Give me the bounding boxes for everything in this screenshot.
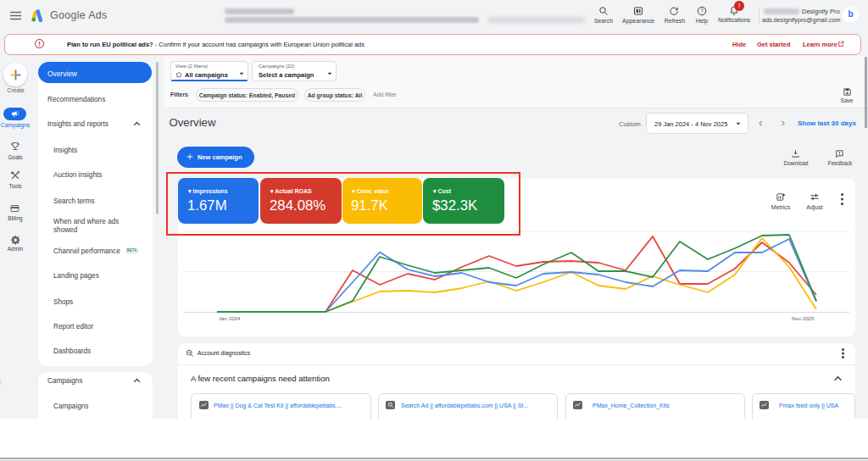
svg-text:Nov 2025: Nov 2025 (792, 315, 815, 321)
svg-text:?: ? (700, 8, 704, 14)
svg-text:Jan 2024: Jan 2024 (219, 315, 241, 321)
